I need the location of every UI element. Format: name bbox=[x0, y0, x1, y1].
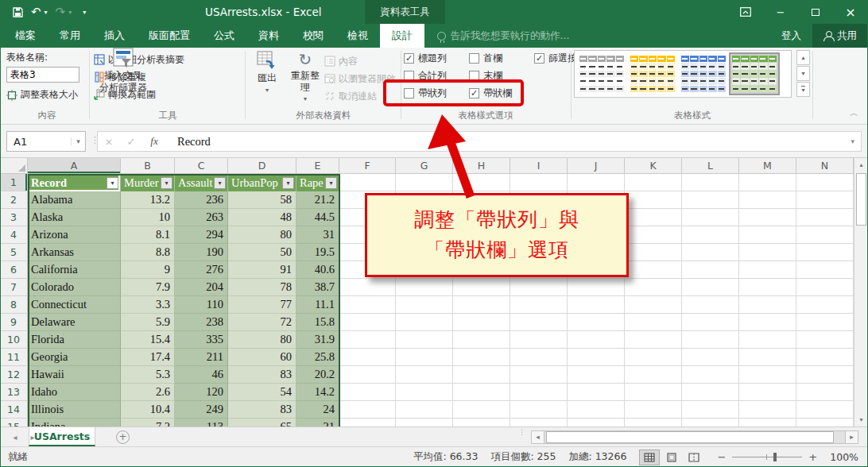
cell-N11[interactable] bbox=[796, 349, 854, 366]
gallery-scroll-down-button[interactable]: ▾ bbox=[796, 66, 810, 81]
cell-A15[interactable]: Indiana bbox=[28, 419, 121, 426]
column-header-B[interactable]: B bbox=[121, 158, 175, 174]
cell-J14[interactable] bbox=[568, 401, 625, 419]
row-header-2[interactable]: 2 bbox=[0, 191, 28, 209]
cell-E12[interactable]: 20.2 bbox=[296, 366, 339, 384]
cell-J7[interactable] bbox=[568, 279, 625, 296]
resize-table-button[interactable]: 調整表格大小 bbox=[6, 88, 87, 102]
cell-M11[interactable] bbox=[739, 349, 796, 366]
cell-M7[interactable] bbox=[739, 279, 796, 296]
filter-dropdown-icon[interactable]: ▾ bbox=[214, 177, 226, 189]
cell-D13[interactable]: 54 bbox=[228, 384, 296, 401]
cell-C12[interactable]: 46 bbox=[175, 366, 228, 384]
checkbox-total-row-box[interactable] bbox=[404, 71, 414, 81]
row-header-4[interactable]: 4 bbox=[0, 226, 28, 244]
save-icon[interactable] bbox=[13, 7, 23, 17]
table-header-cell-Record[interactable]: Record▾ bbox=[28, 174, 121, 191]
table-style-swatch-blue[interactable] bbox=[680, 54, 727, 94]
cell-C13[interactable]: 120 bbox=[175, 384, 228, 401]
cell-C14[interactable]: 249 bbox=[175, 401, 228, 419]
cell-G10[interactable] bbox=[396, 331, 453, 349]
cell-K7[interactable] bbox=[625, 279, 682, 296]
checkbox-first-column[interactable]: 首欄 bbox=[469, 52, 534, 65]
scroll-down-icon[interactable]: ▾ bbox=[854, 413, 868, 426]
row-header-14[interactable]: 14 bbox=[0, 401, 28, 419]
row-header-10[interactable]: 10 bbox=[0, 331, 28, 349]
cell-D15[interactable]: 65 bbox=[228, 419, 296, 426]
ribbon-tab-data[interactable]: 資料 bbox=[246, 24, 291, 48]
cell-G13[interactable] bbox=[396, 384, 453, 401]
column-header-F[interactable]: F bbox=[339, 158, 396, 174]
cell-A9[interactable]: Delaware bbox=[28, 314, 121, 331]
cell-M13[interactable] bbox=[739, 384, 796, 401]
checkbox-banded-rows-box[interactable] bbox=[404, 88, 414, 98]
normal-view-button[interactable] bbox=[639, 450, 660, 465]
cell-L15[interactable] bbox=[682, 419, 739, 426]
column-header-J[interactable]: J bbox=[568, 158, 625, 174]
cell-L3[interactable] bbox=[682, 209, 739, 226]
cell-J10[interactable] bbox=[568, 331, 625, 349]
maximize-button[interactable] bbox=[798, 0, 833, 24]
cell-G11[interactable] bbox=[396, 349, 453, 366]
cell-G15[interactable] bbox=[396, 419, 453, 426]
cell-J1[interactable] bbox=[568, 174, 625, 191]
table-header-cell-Assault[interactable]: Assault▾ bbox=[175, 174, 228, 191]
cell-M1[interactable] bbox=[739, 174, 796, 191]
cell-L8[interactable] bbox=[682, 296, 739, 314]
row-header-6[interactable]: 6 bbox=[0, 261, 28, 279]
cell-I11[interactable] bbox=[510, 349, 568, 366]
cell-A14[interactable]: Illinois bbox=[28, 401, 121, 419]
cell-B8[interactable]: 3.3 bbox=[121, 296, 175, 314]
cell-N13[interactable] bbox=[796, 384, 854, 401]
table-header-cell-Rape[interactable]: Rape▾ bbox=[296, 174, 339, 191]
column-header-L[interactable]: L bbox=[682, 158, 739, 174]
cell-A8[interactable]: Connecticut bbox=[28, 296, 121, 314]
table-style-swatch-gold[interactable] bbox=[629, 54, 676, 94]
filter-dropdown-icon[interactable]: ▾ bbox=[325, 177, 337, 189]
row-header-9[interactable]: 9 bbox=[0, 314, 28, 331]
cell-B6[interactable]: 9 bbox=[121, 261, 175, 279]
cell-B12[interactable]: 5.3 bbox=[121, 366, 175, 384]
zoom-out-icon[interactable]: − bbox=[717, 451, 726, 463]
column-header-A[interactable]: A bbox=[28, 158, 121, 174]
column-header-K[interactable]: K bbox=[625, 158, 682, 174]
cell-C10[interactable]: 335 bbox=[175, 331, 228, 349]
cell-K13[interactable] bbox=[625, 384, 682, 401]
cell-K10[interactable] bbox=[625, 331, 682, 349]
cell-K11[interactable] bbox=[625, 349, 682, 366]
cell-K6[interactable] bbox=[625, 261, 682, 279]
cell-E2[interactable]: 21.2 bbox=[296, 191, 339, 209]
cell-D5[interactable]: 50 bbox=[228, 244, 296, 261]
cell-A6[interactable]: California bbox=[28, 261, 121, 279]
cell-A4[interactable]: Arizona bbox=[28, 226, 121, 244]
cell-G1[interactable] bbox=[396, 174, 453, 191]
cell-D9[interactable]: 72 bbox=[228, 314, 296, 331]
cell-D10[interactable]: 80 bbox=[228, 331, 296, 349]
page-layout-view-button[interactable] bbox=[661, 450, 682, 465]
checkbox-last-column[interactable]: 末欄 bbox=[469, 69, 534, 83]
cell-G7[interactable] bbox=[396, 279, 453, 296]
insert-slicer-button[interactable]: 插入交叉 分析篩選器 bbox=[99, 48, 148, 94]
cell-I9[interactable] bbox=[510, 314, 568, 331]
column-header-M[interactable]: M bbox=[739, 158, 796, 174]
cell-H13[interactable] bbox=[453, 384, 510, 401]
cell-A7[interactable]: Colorado bbox=[28, 279, 121, 296]
cell-H15[interactable] bbox=[453, 419, 510, 426]
row-header-5[interactable]: 5 bbox=[0, 244, 28, 261]
cell-B13[interactable]: 2.6 bbox=[121, 384, 175, 401]
cell-F1[interactable] bbox=[339, 174, 396, 191]
row-header-13[interactable]: 13 bbox=[0, 384, 28, 401]
sign-in-button[interactable]: 登入 bbox=[770, 24, 812, 48]
cell-N1[interactable] bbox=[796, 174, 854, 191]
checkbox-banded-rows[interactable]: 帶狀列 bbox=[404, 87, 469, 100]
cell-D14[interactable]: 83 bbox=[228, 401, 296, 419]
zoom-level[interactable]: 100% bbox=[830, 451, 858, 463]
cell-K8[interactable] bbox=[625, 296, 682, 314]
cell-N3[interactable] bbox=[796, 209, 854, 226]
cell-L2[interactable] bbox=[682, 191, 739, 209]
tell-me-box[interactable]: 告訴我您想要執行的動作... bbox=[437, 24, 569, 48]
table-header-cell-Murder[interactable]: Murder▾ bbox=[121, 174, 175, 191]
cell-D3[interactable]: 48 bbox=[228, 209, 296, 226]
column-header-E[interactable]: E bbox=[296, 158, 339, 174]
cell-K1[interactable] bbox=[625, 174, 682, 191]
